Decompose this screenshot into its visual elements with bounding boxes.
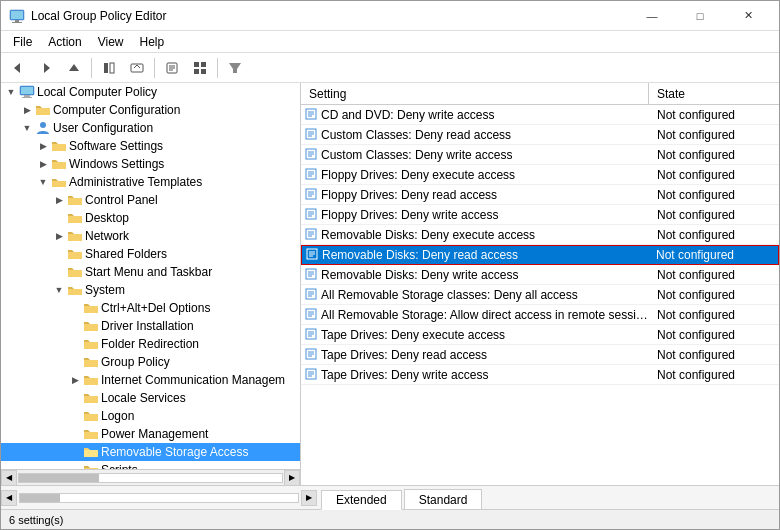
scroll-left-button[interactable]: ◀	[1, 470, 17, 486]
tab-standard[interactable]: Standard	[404, 489, 483, 509]
tree-item-desktop[interactable]: ▶ Desktop	[1, 209, 300, 227]
policy-icon	[301, 108, 321, 122]
policy-row[interactable]: Removable Disks: Deny write accessNot co…	[301, 265, 779, 285]
folder-icon	[83, 318, 99, 334]
expand-icon[interactable]: ▼	[35, 177, 51, 187]
show-hide-button[interactable]	[96, 56, 122, 80]
tree-item-folder-redirect[interactable]: ▶ Folder Redirection	[1, 335, 300, 353]
svg-rect-42	[84, 450, 98, 457]
policy-name: Removable Disks: Deny read access	[322, 248, 648, 262]
policy-row[interactable]: All Removable Storage: Allow direct acce…	[301, 305, 779, 325]
properties-button[interactable]	[159, 56, 185, 80]
policy-icon	[301, 368, 321, 382]
policy-row[interactable]: Floppy Drives: Deny execute accessNot co…	[301, 165, 779, 185]
svg-rect-38	[84, 378, 98, 385]
svg-rect-31	[68, 252, 82, 259]
tree-label-folder-redirect: Folder Redirection	[101, 337, 199, 351]
left-scrollbar-h[interactable]: ◀ ▶	[1, 469, 300, 485]
up-level-button[interactable]	[124, 56, 150, 80]
tree-item-power-mgmt[interactable]: ▶ Power Management	[1, 425, 300, 443]
folder-icon	[83, 408, 99, 424]
expand-icon[interactable]: ▶	[51, 231, 67, 241]
expand-icon[interactable]: ▼	[51, 285, 67, 295]
menu-file[interactable]: File	[5, 31, 40, 53]
expand-icon[interactable]: ▶	[51, 195, 67, 205]
svg-rect-25	[52, 144, 66, 151]
filter-button[interactable]	[222, 56, 248, 80]
policy-icon	[301, 188, 321, 202]
expand-icon[interactable]: ▼	[19, 123, 35, 133]
tree-item-internet-comm[interactable]: ▶ Internet Communication Managem	[1, 371, 300, 389]
tree-item-local-computer-policy[interactable]: ▼ Local Computer Policy	[1, 83, 300, 101]
menu-view[interactable]: View	[90, 31, 132, 53]
tree-view[interactable]: ▼ Local Computer Policy ▶ Computer Confi…	[1, 83, 300, 469]
tree-item-system[interactable]: ▼ System	[1, 281, 300, 299]
tree-item-logon[interactable]: ▶ Logon	[1, 407, 300, 425]
expand-icon[interactable]: ▶	[19, 105, 35, 115]
tree-item-start-menu[interactable]: ▶ Start Menu and Taskbar	[1, 263, 300, 281]
policy-row[interactable]: Tape Drives: Deny read accessNot configu…	[301, 345, 779, 365]
policy-row[interactable]: Custom Classes: Deny write accessNot con…	[301, 145, 779, 165]
policy-row[interactable]: Custom Classes: Deny read accessNot conf…	[301, 125, 779, 145]
tree-item-user-config[interactable]: ▼ User Configuration	[1, 119, 300, 137]
policy-row[interactable]: Tape Drives: Deny execute accessNot conf…	[301, 325, 779, 345]
tree-label-start-menu: Start Menu and Taskbar	[85, 265, 212, 279]
forward-button[interactable]	[33, 56, 59, 80]
policy-row[interactable]: CD and DVD: Deny write accessNot configu…	[301, 105, 779, 125]
tree-item-windows-settings[interactable]: ▶ Windows Settings	[1, 155, 300, 173]
policy-list[interactable]: CD and DVD: Deny write accessNot configu…	[301, 105, 779, 485]
policy-row[interactable]: Floppy Drives: Deny write accessNot conf…	[301, 205, 779, 225]
column-state-header: State	[649, 83, 779, 104]
tab-extended[interactable]: Extended	[321, 490, 402, 510]
tree-scroll-left[interactable]: ◀	[1, 490, 17, 506]
tree-item-software-settings[interactable]: ▶ Software Settings	[1, 137, 300, 155]
menu-bar: File Action View Help	[1, 31, 779, 53]
tree-item-network[interactable]: ▶ Network	[1, 227, 300, 245]
policy-row[interactable]: Removable Disks: Deny read accessNot con…	[301, 245, 779, 265]
scroll-right-button[interactable]: ▶	[284, 470, 300, 486]
title-bar-left: Local Group Policy Editor	[9, 8, 166, 24]
tree-item-removable-storage[interactable]: ▶ Removable Storage Access	[1, 443, 300, 461]
policy-row[interactable]: Tape Drives: Deny write accessNot config…	[301, 365, 779, 385]
policy-state: Not configured	[649, 228, 779, 242]
tree-scroll-right[interactable]: ▶	[301, 490, 317, 506]
view-button[interactable]	[187, 56, 213, 80]
tree-item-scripts[interactable]: ▶ Scripts	[1, 461, 300, 469]
tree-item-ctrl-alt-del[interactable]: ▶ Ctrl+Alt+Del Options	[1, 299, 300, 317]
menu-action[interactable]: Action	[40, 31, 89, 53]
expand-icon[interactable]: ▶	[35, 141, 51, 151]
tree-item-shared-folders[interactable]: ▶ Shared Folders	[1, 245, 300, 263]
tree-label-local-computer-policy: Local Computer Policy	[37, 85, 157, 99]
policy-row[interactable]: All Removable Storage classes: Deny all …	[301, 285, 779, 305]
minimize-button[interactable]: —	[629, 1, 675, 31]
back-button[interactable]	[5, 56, 31, 80]
svg-rect-39	[84, 396, 98, 403]
expand-icon[interactable]: ▼	[3, 87, 19, 97]
tree-item-group-policy[interactable]: ▶ Group Policy	[1, 353, 300, 371]
column-header: Setting State	[301, 83, 779, 105]
tree-label-software-settings: Software Settings	[69, 139, 163, 153]
tree-item-admin-templates[interactable]: ▼ Administrative Templates	[1, 173, 300, 191]
toolbar-sep-1	[91, 58, 92, 78]
svg-rect-40	[84, 414, 98, 421]
title-bar: Local Group Policy Editor — □ ✕	[1, 1, 779, 31]
menu-help[interactable]: Help	[132, 31, 173, 53]
tree-item-control-panel[interactable]: ▶ Control Panel	[1, 191, 300, 209]
policy-state: Not configured	[649, 168, 779, 182]
main-window: Local Group Policy Editor — □ ✕ File Act…	[0, 0, 780, 530]
tree-item-driver-install[interactable]: ▶ Driver Installation	[1, 317, 300, 335]
maximize-button[interactable]: □	[677, 1, 723, 31]
folder-icon	[83, 426, 99, 442]
policy-row[interactable]: Floppy Drives: Deny read accessNot confi…	[301, 185, 779, 205]
up-button[interactable]	[61, 56, 87, 80]
user-icon	[35, 120, 51, 136]
expand-icon[interactable]: ▶	[35, 159, 51, 169]
expand-icon[interactable]: ▶	[67, 375, 83, 385]
tree-item-computer-config[interactable]: ▶ Computer Configuration	[1, 101, 300, 119]
tree-item-locale-services[interactable]: ▶ Locale Services	[1, 389, 300, 407]
tree-label-power-mgmt: Power Management	[101, 427, 208, 441]
folder-icon	[83, 444, 99, 460]
policy-row[interactable]: Removable Disks: Deny execute accessNot …	[301, 225, 779, 245]
folder-icon	[83, 462, 99, 469]
close-button[interactable]: ✕	[725, 1, 771, 31]
